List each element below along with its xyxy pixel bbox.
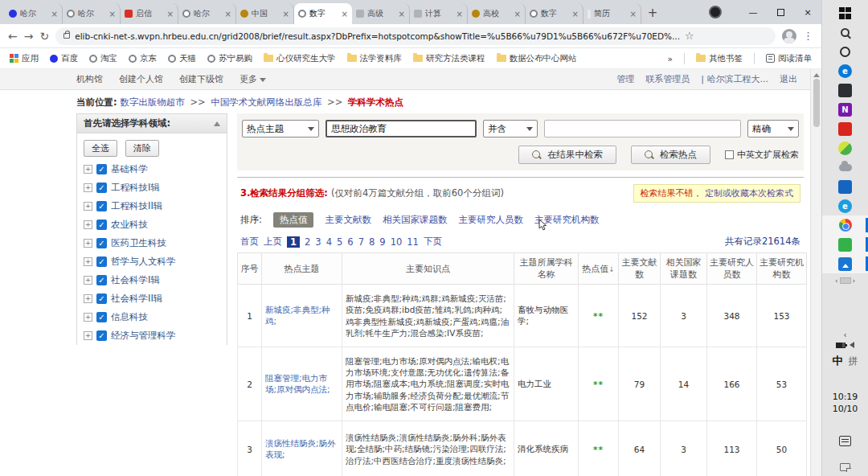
tab-6-active[interactable]: 数字× (294, 3, 352, 24)
topic-link[interactable]: 阻塞管理;电力市场;原对偶内点法; (265, 373, 330, 394)
page-9[interactable]: 9 (379, 236, 385, 248)
onenote-button[interactable]: N (822, 100, 868, 119)
speaker-icon[interactable] (850, 342, 854, 348)
sidebar-header[interactable]: 首先请选择学科领域: (77, 114, 227, 133)
match-select[interactable]: 精确 (747, 120, 799, 137)
bookmark-suning[interactable]: 苏宁易购 (207, 53, 252, 64)
checkbox-unchecked-icon[interactable] (725, 150, 734, 159)
taskbar-scroll[interactable]: ‹ › (835, 277, 855, 285)
bookmark-tmall[interactable]: 天猫 (168, 53, 196, 64)
tab-close-icon[interactable]: × (572, 10, 579, 18)
nav-create-personal-hall[interactable]: 创建个人馆 (119, 73, 163, 85)
subject-item[interactable]: +✓信息科技 (77, 308, 227, 326)
red-app-button[interactable] (822, 119, 868, 138)
tab-close-icon[interactable]: × (283, 10, 289, 18)
search-in-results-button[interactable]: 在结果中检索 (518, 146, 616, 164)
tab-close-icon[interactable]: × (109, 10, 116, 18)
nav-create-sub-hall[interactable]: 创建下级馆 (179, 73, 223, 85)
checkbox-checked-icon[interactable]: ✓ (96, 275, 107, 285)
subject-item[interactable]: +✓农业科技 (77, 215, 227, 234)
save-search-link[interactable]: 定制或收藏本次检索式 (705, 188, 793, 199)
expand-icon[interactable]: + (84, 165, 92, 174)
page-scrollbar[interactable] (810, 69, 821, 476)
scroll-up-icon[interactable] (813, 73, 820, 77)
tab-1[interactable]: 哈尔× (5, 3, 63, 24)
bookmark-taobao[interactable]: 淘宝 (89, 53, 117, 64)
subject-item[interactable]: +✓哲学与人文科学 (77, 252, 227, 271)
nav-institution-hall[interactable]: 机构馆 (76, 73, 103, 85)
expand-icon[interactable]: + (84, 257, 92, 266)
close-button[interactable]: × (794, 0, 821, 24)
mail-app-button[interactable] (822, 177, 868, 196)
tab-close-icon[interactable]: × (225, 10, 231, 18)
page-7[interactable]: 7 (358, 236, 364, 248)
tab-close-icon[interactable]: × (167, 10, 174, 18)
subject-item[interactable]: +✓工程科技I辑 (77, 178, 227, 197)
extend-search-option[interactable]: 中英文扩展检索 (725, 149, 799, 161)
page-4[interactable]: 4 (326, 236, 332, 248)
logic-select[interactable]: 并含 (483, 120, 538, 137)
bookmark-folder-4[interactable]: 数据公布中心网站 (497, 53, 577, 64)
sort-hotspot-value[interactable]: 热点值 (273, 212, 314, 228)
cortana-button[interactable] (822, 42, 868, 61)
page-first[interactable]: 首页 (240, 236, 259, 248)
tab-2[interactable]: 哈尔× (63, 3, 121, 24)
expand-icon[interactable]: + (84, 202, 92, 211)
start-button[interactable] (822, 3, 868, 23)
taskbar-search-button[interactable] (822, 23, 868, 42)
checkbox-checked-icon[interactable]: ✓ (96, 164, 107, 174)
green-app-button[interactable] (822, 235, 868, 254)
tab-close-icon[interactable]: × (457, 10, 463, 18)
profile-avatar[interactable] (782, 29, 796, 43)
breadcrumb-link-library[interactable]: 中国学术文献网络出版总库 (211, 96, 321, 108)
bookmark-jd[interactable]: 京东 (129, 53, 157, 64)
expand-icon[interactable]: + (84, 331, 92, 340)
bookmark-folder-2[interactable]: 法学资料库 (347, 53, 403, 64)
chrome-button-active[interactable] (822, 215, 868, 235)
action-center-icon[interactable] (839, 436, 851, 446)
url-text[interactable]: elib-cnki-net-s.wvpn.hrbeu.edu.cn/grid20… (75, 31, 680, 41)
checkbox-checked-icon[interactable]: ✓ (96, 238, 107, 248)
collapse-icon[interactable] (214, 121, 220, 126)
expand-icon[interactable]: + (84, 276, 92, 285)
maximize-button[interactable] (767, 0, 794, 24)
subject-item[interactable]: +✓医药卫生科技 (77, 234, 227, 252)
nav-contact-admin[interactable]: 联系管理员 (645, 73, 690, 85)
page-11[interactable]: 11 (407, 236, 419, 248)
tab-close-icon[interactable]: × (514, 10, 521, 18)
photos-app-button[interactable] (822, 254, 868, 273)
page-3[interactable]: 3 (315, 236, 321, 248)
page-6[interactable]: 6 (347, 236, 353, 248)
expand-icon[interactable]: + (84, 313, 92, 322)
cloud-app-button[interactable] (822, 158, 868, 177)
address-bar[interactable]: elib-cnki-net-s.wvpn.hrbeu.edu.cn/grid20… (55, 27, 776, 45)
bookmarks-overflow-icon[interactable]: » (668, 54, 673, 64)
subject-item[interactable]: +✓工程科技II辑 (77, 197, 227, 215)
scrollbar-thumb[interactable] (813, 79, 820, 127)
ime-chinese[interactable]: 中 (833, 354, 843, 368)
back-button[interactable]: ← (8, 31, 18, 42)
nav-logout[interactable]: 退出 (780, 73, 797, 85)
subject-item[interactable]: +✓社会科学I辑 (77, 271, 227, 289)
tab-8[interactable]: 计算× (410, 3, 468, 24)
bookmark-apps[interactable]: 应用 (10, 53, 39, 64)
ie-button[interactable]: e (822, 196, 868, 215)
tab-close-icon[interactable]: × (342, 10, 348, 18)
checkbox-checked-icon[interactable]: ✓ (96, 220, 107, 230)
clock[interactable]: 10:19 10/10 (833, 392, 858, 416)
secondary-search-input[interactable] (544, 120, 741, 137)
expand-icon[interactable]: + (84, 294, 92, 303)
breadcrumb-link-market[interactable]: 数字出版物超市 (120, 96, 185, 108)
page-5[interactable]: 5 (337, 236, 342, 248)
subject-item[interactable]: +✓基础科学 (77, 160, 227, 178)
topic-link[interactable]: 新城疫;非典型;种鸡; (265, 305, 330, 326)
search-hotspot-button[interactable]: 检索热点 (631, 146, 710, 164)
hidden-icons-chevron[interactable]: ‹ (844, 330, 847, 339)
tab-9[interactable]: 高校× (468, 3, 526, 24)
record-icon[interactable] (709, 6, 722, 18)
tab-11[interactable]: 简历× (583, 3, 641, 24)
tab-4[interactable]: 哈尔× (178, 3, 236, 24)
page-next[interactable]: 下页 (424, 236, 442, 248)
sort-researcher-count[interactable]: 主要研究人员数 (458, 214, 523, 226)
tab-5[interactable]: 中国× (236, 3, 294, 24)
